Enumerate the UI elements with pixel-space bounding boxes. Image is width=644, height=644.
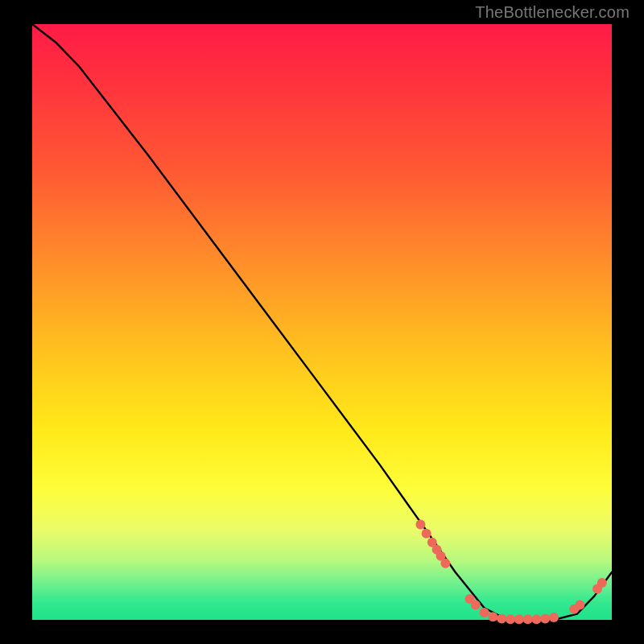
data-point-marker [488, 612, 497, 621]
data-point-marker [480, 608, 489, 617]
data-point-marker [471, 601, 481, 610]
data-point-marker [549, 613, 559, 622]
attribution-label: TheBottlenecker.com [475, 3, 630, 22]
data-point-marker [523, 614, 533, 624]
data-point-marker [540, 614, 550, 624]
chart-canvas: TheBottlenecker.com [0, 0, 644, 644]
plot-area [32, 24, 612, 620]
data-point-marker [506, 614, 515, 624]
data-point-marker [497, 614, 506, 624]
data-point-marker [514, 614, 524, 624]
data-point-marker [415, 520, 425, 530]
data-point-marker [531, 614, 541, 624]
data-point-marker [575, 601, 584, 610]
plot-svg [32, 24, 612, 620]
data-point-marker [440, 559, 450, 568]
data-point-marker [597, 578, 607, 588]
bottleneck-curve [32, 24, 612, 620]
data-point-marker [422, 529, 431, 539]
marker-group [415, 520, 606, 625]
